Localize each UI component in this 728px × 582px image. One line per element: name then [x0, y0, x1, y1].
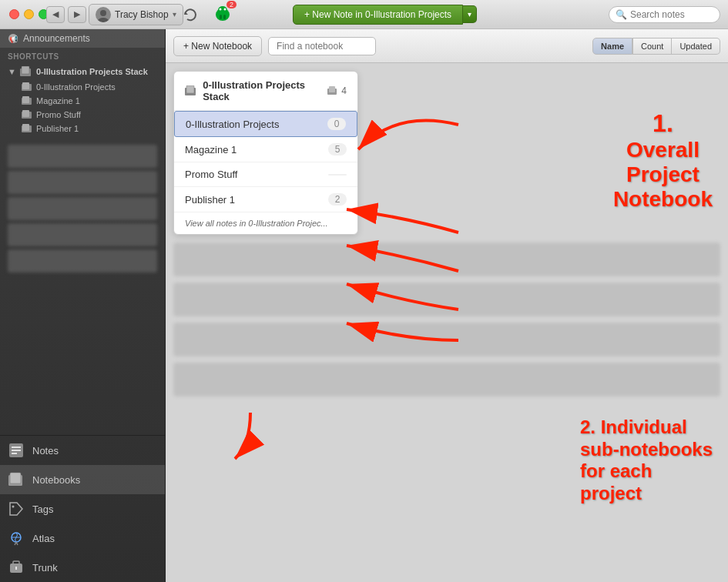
- notebook-name-0: 0-Illustration Projects: [186, 119, 279, 130]
- svg-rect-4: [220, 15, 222, 19]
- stack-header-icon: [185, 85, 196, 96]
- sidebar-child-2[interactable]: Promo Stuff: [0, 108, 165, 122]
- search-icon: 🔍: [616, 9, 627, 20]
- content-area: + New Notebook Name Count Updated 0-Illu…: [166, 29, 728, 582]
- new-note-area: + New Note in 0-Illustration Projects ▾: [293, 5, 651, 25]
- traffic-lights: [9, 9, 49, 19]
- search-input[interactable]: [630, 9, 713, 20]
- forward-button[interactable]: ▶: [68, 6, 86, 23]
- sort-by-name-button[interactable]: Name: [592, 38, 632, 55]
- nav-notebooks[interactable]: Notebooks: [0, 465, 165, 494]
- nav-atlas-label: Atlas: [32, 533, 55, 544]
- notebook-name-1: Magazine 1: [185, 144, 237, 156]
- annotation-2-text: 2. Individualsub-notebooksfor eachprojec…: [580, 416, 713, 503]
- tags-icon: [8, 500, 25, 517]
- svg-rect-13: [22, 82, 29, 89]
- svg-text:📢: 📢: [9, 35, 18, 44]
- back-button[interactable]: ◀: [46, 6, 65, 23]
- sort-by-updated-button[interactable]: Updated: [672, 38, 720, 55]
- sidebar-child-label-0: 0-Illustration Projects: [36, 82, 116, 92]
- sidebar-announcements[interactable]: 📢 Announcements: [0, 29, 165, 48]
- new-note-button[interactable]: + New Note in 0-Illustration Projects: [293, 5, 463, 25]
- nav-arrows: ◀ ▶: [46, 6, 86, 23]
- sidebar-child-label-3: Publisher 1: [36, 124, 79, 133]
- notebook-count-1: 5: [328, 143, 347, 156]
- sidebar-child-label-2: Promo Stuff: [36, 110, 81, 119]
- notebook-count-0: 0: [327, 118, 346, 130]
- user-menu[interactable]: Tracy Bishop ▾: [89, 4, 183, 25]
- svg-point-26: [12, 506, 15, 508]
- nav-trunk-label: Trunk: [32, 562, 58, 574]
- svg-rect-30: [13, 561, 19, 565]
- svg-point-7: [224, 8, 226, 10]
- nav-notes-label: Notes: [32, 445, 59, 457]
- notebook-row-3[interactable]: Publisher 1 2: [174, 187, 357, 212]
- svg-point-0: [100, 10, 106, 16]
- find-notebook-input[interactable]: [268, 37, 376, 55]
- stack-header: 0-Illustration Projects Stack 4: [174, 72, 357, 111]
- notebook-name-2: Promo Stuff: [185, 169, 237, 180]
- search-box: 🔍: [609, 6, 720, 23]
- sidebar-child-1[interactable]: Magazine 1: [0, 94, 165, 108]
- annotation-2: 2. Individualsub-notebooksfor eachprojec…: [580, 416, 713, 505]
- sidebar-child-label-1: Magazine 1: [36, 96, 80, 105]
- stack-count: 4: [327, 85, 347, 96]
- stack-icon: [20, 66, 32, 77]
- notebook-count-2: [328, 174, 347, 176]
- notebooks-icon: [8, 471, 25, 488]
- svg-rect-5: [223, 15, 226, 19]
- sidebar: 📢 Announcements SHORTCUTS ▼ 0-Illustrati…: [0, 29, 166, 582]
- sidebar-child-0[interactable]: 0-Illustration Projects: [0, 80, 165, 94]
- titlebar: ◀ ▶ Tracy Bishop ▾ 2 + New Note in 0-Ill…: [0, 0, 728, 29]
- announcements-label: Announcements: [23, 33, 90, 44]
- notebook-icon: [22, 110, 32, 119]
- trunk-icon: [8, 559, 25, 576]
- nav-trunk[interactable]: Trunk: [0, 553, 165, 582]
- nav-atlas[interactable]: Atlas: [0, 523, 165, 553]
- main-layout: 📢 Announcements SHORTCUTS ▼ 0-Illustrati…: [0, 29, 728, 582]
- sidebar-child-3[interactable]: Publisher 1: [0, 122, 165, 135]
- sidebar-bottom-nav: Notes Notebooks Tags Atlas: [0, 435, 165, 582]
- svg-point-6: [220, 8, 222, 10]
- sidebar-stack[interactable]: ▼ 0-Illustration Projects Stack: [0, 63, 165, 80]
- svg-rect-15: [22, 96, 29, 103]
- avatar: [96, 7, 111, 22]
- stack-name: 0-Illustration Projects Stack: [203, 79, 327, 102]
- sync-button[interactable]: [179, 3, 202, 26]
- nav-tags[interactable]: Tags: [0, 494, 165, 523]
- svg-point-1: [98, 18, 109, 22]
- notebook-icon: [22, 96, 32, 105]
- stack-collapse-icon: ▼: [8, 67, 16, 76]
- user-name: Tracy Bishop: [115, 9, 169, 20]
- elephant-button[interactable]: 2: [212, 2, 233, 27]
- notebook-row-1[interactable]: Magazine 1 5: [174, 137, 357, 162]
- nav-notebooks-label: Notebooks: [32, 474, 80, 486]
- svg-point-3: [218, 6, 227, 14]
- annotation-1-text: OverallProjectNotebook: [613, 138, 713, 211]
- stack-header-left: 0-Illustration Projects Stack: [185, 79, 327, 102]
- sidebar-arrow-svg: [227, 405, 273, 467]
- stack-dropdown: 0-Illustration Projects Stack 4 0-Illust…: [173, 71, 358, 235]
- stack-label: 0-Illustration Projects Stack: [36, 67, 148, 76]
- notebook-row-2[interactable]: Promo Stuff: [174, 162, 357, 187]
- view-all-link[interactable]: View all notes in 0-Illustration Projec.…: [174, 212, 357, 234]
- chevron-down-icon: ▾: [173, 10, 176, 18]
- svg-rect-33: [186, 85, 194, 93]
- svg-rect-35: [329, 86, 335, 92]
- new-notebook-button[interactable]: + New Notebook: [173, 36, 262, 56]
- count-icon: [327, 86, 338, 95]
- nav-notes[interactable]: Notes: [0, 436, 165, 465]
- notebook-row-0[interactable]: 0-Illustration Projects 0: [174, 111, 357, 137]
- svg-rect-11: [22, 66, 29, 74]
- close-button[interactable]: [9, 9, 19, 19]
- svg-rect-25: [10, 473, 21, 483]
- notebooks-area: 0-Illustration Projects Stack 4 0-Illust…: [166, 63, 728, 582]
- minimize-button[interactable]: [24, 9, 34, 19]
- notebook-count-3: 2: [328, 193, 347, 206]
- notebook-icon: [22, 124, 32, 133]
- sort-by-count-button[interactable]: Count: [632, 38, 672, 55]
- new-note-dropdown-button[interactable]: ▾: [463, 5, 477, 23]
- stack-count-value: 4: [341, 85, 347, 96]
- nav-tags-label: Tags: [32, 503, 53, 515]
- annotation-1: 1. OverallProjectNotebook: [613, 109, 713, 212]
